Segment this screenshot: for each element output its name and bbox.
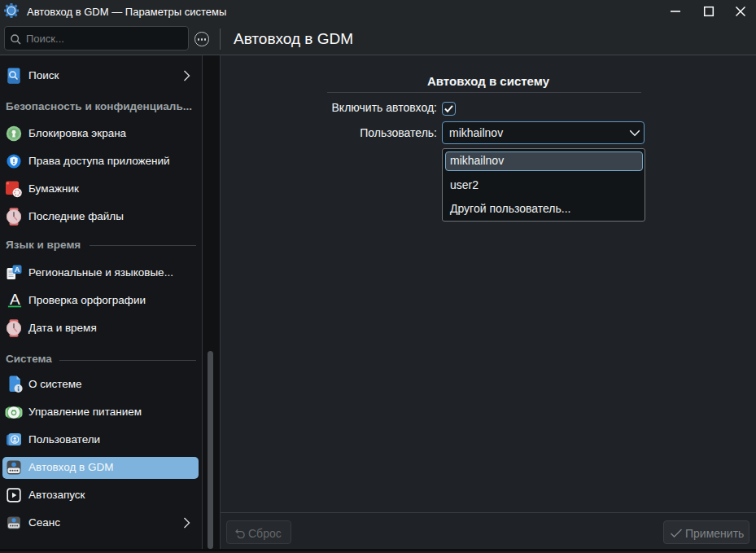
svg-text:A: A	[10, 292, 20, 308]
svg-text:A: A	[15, 266, 20, 274]
